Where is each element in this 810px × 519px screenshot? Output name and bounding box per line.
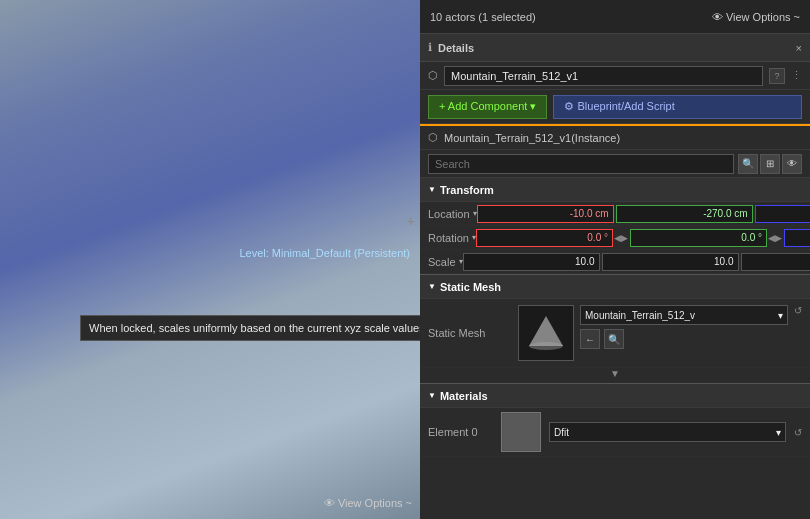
scale-row: Scale ▾ 🔒 ↺ [420,250,810,274]
rotation-y-arrow[interactable]: ◀▶ [768,233,782,243]
svg-point-2 [529,342,563,350]
mesh-preview-svg [521,308,571,358]
add-component-button[interactable]: + Add Component ▾ [428,95,547,119]
transform-section-header[interactable]: ▼ Transform [420,178,810,202]
details-header-left: ℹ Details [428,41,474,54]
details-icon: ℹ [428,41,432,54]
search-bar: 🔍 ⊞ 👁 [420,150,810,178]
rotation-z-input[interactable] [784,229,810,247]
eye-icon-right: 👁 [712,11,723,23]
settings-icon[interactable]: ⋮ [791,69,802,82]
object-name-input[interactable] [444,66,763,86]
location-x-input[interactable] [477,205,614,223]
svg-rect-4 [503,414,539,450]
static-mesh-section-header[interactable]: ▼ Static Mesh [420,275,810,299]
location-inputs: ↺ [477,205,810,223]
mesh-search-button[interactable]: 🔍 [604,329,624,349]
rotation-x-input[interactable] [476,229,613,247]
object-icon: ⬡ [428,69,438,82]
search-input[interactable] [428,154,734,174]
rotation-x-arrow[interactable]: ◀▶ [614,233,628,243]
material-thumbnail [501,412,541,452]
mesh-name-dropdown[interactable]: Mountain_Terrain_512_v ▾ [580,305,788,325]
rotation-y-input[interactable] [630,229,767,247]
scale-label: Scale ▾ [428,256,463,268]
viewport-panel: Level: Minimal_Default (Persistent) + 👁 … [0,0,420,519]
top-bar: 10 actors (1 selected) 👁 View Options ~ [420,0,810,34]
mesh-dropdown-arrow: ▾ [778,310,783,321]
material-preview-svg [503,414,539,450]
material-element-label: Element 0 [428,426,493,438]
instance-label: Mountain_Terrain_512_v1(Instance) [444,132,620,144]
mesh-info: Mountain_Terrain_512_v ▾ ← 🔍 [580,305,788,349]
rotation-inputs: ◀▶ ◀▶ ◀▶ ↺ [476,229,810,247]
materials-title: Materials [440,390,488,402]
static-mesh-thumbnail [518,305,574,361]
details-header: ℹ Details × [420,34,810,62]
mesh-expand-arrow[interactable]: ▼ [420,368,810,383]
level-label: Level: Minimal_Default (Persistent) [239,247,410,259]
location-row: Location ▾ ↺ [420,202,810,226]
buttons-row: + Add Component ▾ ⚙ Blueprint/Add Script [420,90,810,124]
instance-bar: ⬡ Mountain_Terrain_512_v1(Instance) [420,124,810,150]
location-y-input[interactable] [616,205,753,223]
rotation-row: Rotation ▾ ◀▶ ◀▶ ◀▶ ↺ [420,226,810,250]
viewport-view-options[interactable]: 👁 View Options ~ [324,497,412,509]
search-button[interactable]: 🔍 [738,154,758,174]
materials-collapse-icon: ▼ [428,391,436,400]
instance-icon: ⬡ [428,131,438,144]
location-z-input[interactable] [755,205,810,223]
static-mesh-title: Static Mesh [440,281,501,293]
mesh-back-button[interactable]: ← [580,329,600,349]
details-close-button[interactable]: × [796,42,802,54]
location-label: Location ▾ [428,208,477,220]
materials-section: ▼ Materials Element 0 Dfit ▾ ↺ [420,383,810,457]
actors-count-label: 10 actors (1 selected) [430,11,536,23]
static-mesh-prop-label: Static Mesh [428,327,518,339]
materials-section-header[interactable]: ▼ Materials [420,384,810,408]
rotation-label: Rotation ▾ [428,232,476,244]
mesh-name-row: Mountain_Terrain_512_v ▾ [580,305,788,325]
help-icon[interactable]: ? [769,68,785,84]
scale-y-input[interactable] [602,253,739,271]
blueprint-button[interactable]: ⚙ Blueprint/Add Script [553,95,802,119]
material-dropdown-arrow: ▾ [776,427,781,438]
eye-icon: 👁 [324,497,335,509]
search-icons: 🔍 ⊞ 👁 [738,154,802,174]
mesh-reset-button[interactable]: ↺ [794,305,802,316]
scale-x-input[interactable] [463,253,600,271]
static-mesh-content: Mountain_Terrain_512_v ▾ ← 🔍 ↺ [518,305,802,361]
static-mesh-prop-row: Static Mesh Mountain_ [420,299,810,368]
viewport-background [0,0,420,519]
transform-collapse-icon: ▼ [428,185,436,194]
scale-z-input[interactable] [741,253,810,271]
material-reset-button[interactable]: ↺ [794,427,802,438]
right-panel: 10 actors (1 selected) 👁 View Options ~ … [420,0,810,519]
transform-title: Transform [440,184,494,196]
top-view-options[interactable]: 👁 View Options ~ [712,11,800,23]
tooltip-box: When locked, scales uniformly based on t… [80,315,420,341]
material-name-dropdown[interactable]: Dfit ▾ [549,422,786,442]
scale-inputs: 🔒 ↺ [463,253,810,271]
static-mesh-section: ▼ Static Mesh Static Mesh [420,274,810,383]
mesh-actions: ← 🔍 [580,329,788,349]
search-grid-view-button[interactable]: ⊞ [760,154,780,174]
static-mesh-collapse-icon: ▼ [428,282,436,291]
details-title: Details [438,42,474,54]
viewport-plus-icon: + [407,213,415,229]
material-element-0-row: Element 0 Dfit ▾ ↺ [420,408,810,457]
details-panel: ℹ Details × ⬡ ? ⋮ + Add Component ▾ ⚙ Bl… [420,34,810,519]
object-name-bar: ⬡ ? ⋮ [420,62,810,90]
search-eye-button[interactable]: 👁 [782,154,802,174]
